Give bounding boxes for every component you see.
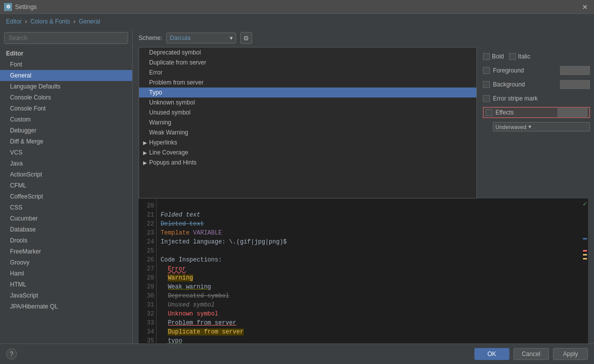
ok-button[interactable]: OK: [474, 348, 509, 360]
underwave-select[interactable]: Underwaved ▾: [493, 122, 590, 132]
list-item-problem[interactable]: Problem from server: [139, 78, 476, 88]
foreground-color-swatch[interactable]: [560, 66, 590, 75]
line-num-32: 32: [142, 310, 154, 318]
right-indicators: ✓: [582, 198, 588, 344]
sidebar-item-css[interactable]: CSS: [0, 202, 132, 213]
help-button[interactable]: ?: [6, 348, 17, 360]
sidebar-item-database[interactable]: Database: [0, 224, 132, 235]
sidebar-item-haml[interactable]: Haml: [0, 268, 132, 279]
bold-check: Bold: [483, 53, 504, 60]
line-num-35: 35: [142, 336, 154, 344]
foreground-label: Foreground: [493, 67, 557, 74]
italic-checkbox[interactable]: [509, 53, 516, 60]
indicator-yellow: [583, 254, 587, 256]
effects-label: Effects: [495, 109, 554, 116]
sidebar-item-debugger[interactable]: Debugger: [0, 125, 132, 136]
scheme-value: Darcula: [170, 34, 227, 42]
italic-check: Italic: [509, 53, 530, 60]
app-icon: ⚙: [4, 3, 12, 11]
scheme-select[interactable]: Darcula ▾: [166, 32, 236, 44]
code-line-22: Deleted text: [161, 220, 578, 228]
sidebar-item-console-colors[interactable]: Console Colors: [0, 92, 132, 103]
italic-label: Italic: [518, 53, 530, 60]
sidebar-item-coffeescript[interactable]: CoffeeScript: [0, 191, 132, 202]
background-label: Background: [493, 81, 557, 88]
line-num-28: 28: [142, 274, 154, 282]
preview-area: 20 21 22 23 24 25 26 27 28 29 30 31 32 3…: [139, 198, 588, 344]
error-stripe-checkbox[interactable]: [483, 95, 490, 102]
sidebar-item-cfml[interactable]: CFML: [0, 180, 132, 191]
close-button[interactable]: ✕: [580, 2, 590, 12]
background-checkbox[interactable]: [483, 81, 490, 88]
cancel-button[interactable]: Cancel: [513, 348, 549, 360]
sidebar-item-javascript[interactable]: JavaScript: [0, 290, 132, 301]
code-line-33: Problem from server: [161, 318, 578, 328]
list-item-deprecated[interactable]: Deprecated symbol: [139, 48, 476, 58]
scheme-bar: Scheme: Darcula ▾ ⚙: [133, 29, 594, 47]
list-item-unknown[interactable]: Unknown symbol: [139, 98, 476, 108]
list-item-warning[interactable]: Warning: [139, 118, 476, 128]
error-stripe-label: Error stripe mark: [493, 95, 590, 102]
code-line-28: Warning: [161, 274, 578, 282]
list-item-unused[interactable]: Unused symbol: [139, 108, 476, 118]
code-line-31: Unused symbol: [161, 300, 578, 310]
code-line-21: Folded text: [161, 210, 578, 220]
list-group-popups[interactable]: ▶ Popups and Hints: [139, 158, 476, 168]
list-group-line-coverage-label: Line Coverage: [149, 149, 188, 156]
expand-icon: ▶: [143, 150, 147, 156]
list-group-line-coverage[interactable]: ▶ Line Coverage: [139, 148, 476, 158]
bold-checkbox[interactable]: [483, 53, 490, 60]
checkmark-icon: ✓: [583, 200, 587, 208]
expand-icon: ▶: [143, 140, 147, 146]
list-panel: Deprecated symbol Duplicate from server …: [139, 47, 477, 198]
sidebar-item-general[interactable]: General: [0, 70, 132, 81]
expand-icon: ▶: [143, 160, 147, 166]
foreground-checkbox[interactable]: [483, 67, 490, 74]
effects-checkbox[interactable]: [485, 109, 492, 116]
sidebar-item-freemarker[interactable]: FreeMarker: [0, 246, 132, 257]
code-line-29: Weak warning: [161, 282, 578, 292]
code-line-34: Duplicate from server: [161, 328, 578, 336]
foreground-row: Foreground: [483, 65, 590, 76]
apply-button[interactable]: Apply: [553, 348, 588, 360]
sidebar-item-font[interactable]: Font: [0, 59, 132, 70]
sidebar-item-groovy[interactable]: Groovy: [0, 257, 132, 268]
effects-row: Effects: [483, 107, 590, 118]
line-num-34: 34: [142, 328, 154, 336]
background-color-swatch[interactable]: [560, 80, 590, 89]
sidebar-item-vcs[interactable]: VCS: [0, 147, 132, 158]
sidebar-item-custom[interactable]: Custom: [0, 114, 132, 125]
bold-label: Bold: [492, 53, 504, 60]
main-area: Editor Font General Language Defaults Co…: [0, 29, 594, 344]
sidebar-item-actionscript[interactable]: ActionScript: [0, 169, 132, 180]
list-group-hyperlinks[interactable]: ▶ Hyperlinks: [139, 138, 476, 148]
underwave-value: Underwaved: [495, 124, 526, 130]
sidebar-item-diff-merge[interactable]: Diff & Merge: [0, 136, 132, 147]
line-num-26: 26: [142, 256, 154, 264]
sidebar-item-html[interactable]: HTML: [0, 279, 132, 290]
gear-button[interactable]: ⚙: [240, 32, 252, 44]
list-item-typo[interactable]: Typo: [139, 88, 476, 98]
sidebar-item-java[interactable]: Java: [0, 158, 132, 169]
line-num-24: 24: [142, 238, 154, 246]
sidebar-item-cucumber[interactable]: Cucumber: [0, 213, 132, 224]
line-num-31: 31: [142, 300, 154, 310]
code-line-23: Template VARIABLE: [161, 228, 578, 238]
line-num-33: 33: [142, 318, 154, 328]
indicator-red: [583, 250, 587, 252]
list-group-popups-label: Popups and Hints: [149, 159, 197, 166]
list-item-error[interactable]: Error: [139, 68, 476, 78]
sidebar-item-language-defaults[interactable]: Language Defaults: [0, 81, 132, 92]
code-line-26: Code Inspections:: [161, 256, 578, 264]
sidebar-item-jpa-hibernate[interactable]: JPA/Hibernate QL: [0, 301, 132, 312]
list-item-dup-server[interactable]: Duplicate from server: [139, 58, 476, 68]
list-item-weak-warning[interactable]: Weak Warning: [139, 128, 476, 138]
list-group-hyperlinks-label: Hyperlinks: [149, 139, 177, 146]
sidebar-item-console-font[interactable]: Console Font: [0, 103, 132, 114]
effects-color-swatch[interactable]: [557, 108, 587, 117]
search-input[interactable]: [4, 32, 128, 44]
line-num-23: 23: [142, 228, 154, 238]
line-num-27: 27: [142, 264, 154, 274]
window-title: Settings: [15, 4, 580, 10]
sidebar-item-drools[interactable]: Drools: [0, 235, 132, 246]
